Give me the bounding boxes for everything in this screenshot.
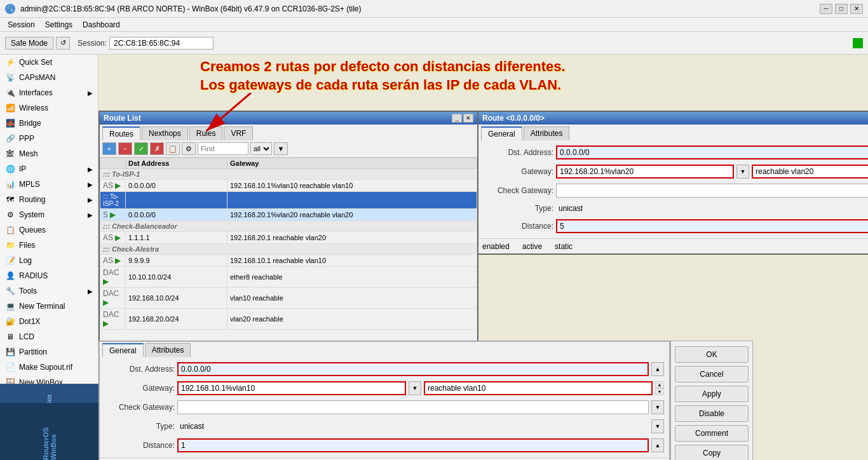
check-gateway-input-upper[interactable]	[556, 184, 868, 198]
sidebar-item-wireless[interactable]: 📶 Wireless	[0, 100, 98, 116]
safe-mode-button[interactable]: Safe Mode	[5, 37, 53, 50]
distance-scroll-up-lower[interactable]: ▲	[651, 438, 664, 452]
apply-button[interactable]: Apply	[675, 386, 749, 402]
routeros-label: RouterOS WinBox	[42, 403, 57, 460]
filter-icon[interactable]: ⚙	[182, 142, 196, 155]
check-gateway-input-lower[interactable]	[177, 400, 649, 414]
table-row[interactable]: ::: To-ISP-2	[100, 192, 477, 209]
sidebar-item-new-terminal[interactable]: 💻 New Terminal	[0, 299, 98, 314]
route-detail-upper-status-bar: enabled active static	[478, 238, 868, 254]
gateway-input-lower[interactable]	[177, 381, 406, 395]
copy-route-button[interactable]: 📋	[166, 142, 180, 155]
app-icon: 🔧	[5, 4, 15, 14]
table-row[interactable]: AS ▶ 1.1.1.1 192.168.20.1 reachable vlan…	[100, 232, 477, 244]
gateway-dropdown-upper[interactable]: ▼	[736, 165, 749, 179]
sidebar-item-files[interactable]: 📁 Files	[0, 238, 98, 253]
copy-button[interactable]: Copy	[675, 445, 749, 460]
sidebar-item-mesh[interactable]: 🕸 Mesh	[0, 146, 98, 161]
remove-route-button[interactable]: −	[118, 142, 132, 155]
filter-dropdown-button[interactable]: ▼	[274, 142, 288, 155]
route-list-minimize-button[interactable]: _	[452, 114, 462, 123]
route-list-tabs: Routes Nexthops Rules VRF	[100, 125, 477, 140]
sidebar-item-interfaces[interactable]: 🔌 Interfaces ▶	[0, 85, 98, 100]
menu-dashboard[interactable]: Dashboard	[78, 19, 125, 30]
sidebar-item-ip[interactable]: 🌐 IP ▶	[0, 161, 98, 177]
sidebar-item-partition[interactable]: 💾 Partition	[0, 344, 98, 360]
sidebar-item-queues[interactable]: 📋 Queues	[0, 222, 98, 238]
sidebar-item-mpls[interactable]: 📊 MPLS ▶	[0, 177, 98, 192]
tab-attributes-upper[interactable]: Attributes	[524, 126, 570, 140]
menu-settings[interactable]: Settings	[40, 19, 78, 30]
gateway-extra-lower[interactable]	[424, 381, 653, 395]
tab-general-upper[interactable]: General	[481, 126, 522, 140]
dst-address-label-lower: Dst. Address:	[105, 365, 175, 374]
annotation-line2: Los gateways de cada ruta serán las IP d…	[200, 76, 683, 95]
sidebar-item-system[interactable]: ⚙ System ▶	[0, 207, 98, 222]
tab-attributes-lower[interactable]: Attributes	[145, 343, 191, 357]
distance-input-lower[interactable]	[177, 438, 649, 452]
comment-button[interactable]: Comment	[675, 425, 749, 442]
maximize-button[interactable]: □	[835, 4, 848, 14]
minimize-button[interactable]: ─	[820, 4, 832, 14]
menu-session[interactable]: Session	[3, 19, 40, 30]
refresh-icon[interactable]: ↺	[56, 37, 70, 50]
check-gateway-dropdown-lower[interactable]: ▼	[651, 400, 664, 414]
sidebar-item-quick-set[interactable]: ⚡ Quick Set	[0, 55, 98, 70]
type-scroll-down-lower[interactable]: ▼	[651, 419, 664, 433]
route-filter-select[interactable]: all	[250, 142, 272, 155]
gateway-extra-upper[interactable]	[752, 165, 868, 179]
table-row[interactable]: AS ▶ 0.0.0.0/0 192.168.10.1%vlan10 reach…	[100, 180, 477, 192]
type-row-upper: Type: unicast ▼	[478, 200, 868, 217]
table-row[interactable]: DAC ▶ 10.10.10.0/24 ether8 reachable	[100, 267, 477, 288]
type-value-upper: unicast	[556, 203, 585, 214]
sidebar-item-capsman[interactable]: 📡 CAPsMAN	[0, 70, 98, 85]
routing-icon: 🗺	[5, 194, 15, 205]
route-list-close-button[interactable]: ✕	[463, 114, 473, 123]
ok-button[interactable]: OK	[675, 346, 749, 363]
sidebar-item-routing[interactable]: 🗺 Routing ▶	[0, 192, 98, 207]
enable-route-button[interactable]: ✓	[134, 142, 148, 155]
table-row[interactable]: ::: To-ISP-1	[100, 169, 477, 180]
table-row[interactable]: AS ▶ 9.9.9.9 192.168.10.1 reachable vlan…	[100, 255, 477, 267]
route-code-cell: AS ▶	[100, 255, 126, 267]
table-row[interactable]: DAC ▶ 192.168.20.0/24 vlan20 reachable	[100, 309, 477, 330]
route-dst-cell: 0.0.0.0/0	[126, 209, 227, 221]
distance-input-upper[interactable]	[556, 219, 868, 233]
sidebar-item-log[interactable]: 📝 Log	[0, 253, 98, 268]
disable-route-button[interactable]: ✗	[150, 142, 164, 155]
close-button[interactable]: ✕	[850, 4, 863, 14]
sidebar-item-ppp[interactable]: 🔗 PPP	[0, 131, 98, 146]
table-row[interactable]: S ▶ 0.0.0.0/0 192.168.20.1%vlan20 reacha…	[100, 209, 477, 221]
table-row[interactable]: ::: Check-Alestra	[100, 244, 477, 255]
table-row[interactable]: DAC ▶ 192.168.10.0/24 vlan10 reachable	[100, 288, 477, 309]
dst-address-input-upper[interactable]	[556, 145, 868, 159]
route-gateway-cell: vlan20 reachable	[227, 309, 477, 330]
add-route-button[interactable]: +	[102, 142, 116, 155]
gateway-scroll-up-lower[interactable]: ▲	[655, 381, 664, 388]
gateway-scroll-down-lower[interactable]: ▼	[655, 388, 664, 395]
session-input[interactable]	[109, 37, 214, 50]
disable-button[interactable]: Disable	[675, 405, 749, 422]
route-search-input[interactable]	[198, 142, 248, 155]
sidebar-item-make-supout[interactable]: 📄 Make Supout.rif	[0, 360, 98, 375]
route-list-titlebar: Route List _ ✕	[100, 112, 477, 125]
cancel-button[interactable]: Cancel	[675, 366, 749, 382]
table-row[interactable]: ::: Check-Balanceador	[100, 221, 477, 232]
sidebar-item-tools[interactable]: 🔧 Tools ▶	[0, 283, 98, 299]
dst-address-label-upper: Dst. Address:	[484, 148, 553, 157]
tab-vrf[interactable]: VRF	[224, 126, 253, 140]
gateway-input-upper[interactable]	[556, 165, 734, 179]
dst-address-input-lower[interactable]	[177, 362, 649, 376]
tab-nexthops[interactable]: Nexthops	[142, 126, 188, 140]
route-code-cell: DAC ▶	[100, 288, 126, 309]
tab-routes[interactable]: Routes	[102, 126, 140, 140]
tab-rules[interactable]: Rules	[189, 126, 223, 140]
tab-general-lower[interactable]: General	[102, 343, 144, 357]
route-code-cell: S ▶	[100, 209, 126, 221]
sidebar-item-radius[interactable]: 👤 RADIUS	[0, 268, 98, 283]
sidebar-item-dot1x[interactable]: 🔐 Dot1X	[0, 314, 98, 329]
gateway-dropdown-lower[interactable]: ▼	[409, 381, 421, 395]
sidebar-item-lcd[interactable]: 🖥 LCD	[0, 329, 98, 344]
sidebar-item-bridge[interactable]: 🌉 Bridge	[0, 116, 98, 131]
dst-scroll-up-lower[interactable]: ▲	[651, 362, 664, 376]
